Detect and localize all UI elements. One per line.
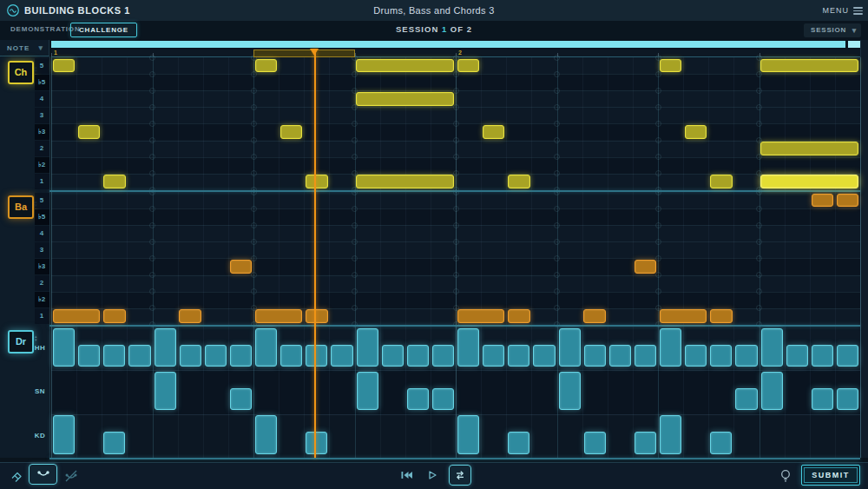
drum-note[interactable] (205, 345, 227, 367)
ruler-selection-region[interactable] (253, 50, 355, 57)
drum-note[interactable] (103, 345, 125, 367)
drum-note[interactable] (78, 345, 100, 367)
bass-note[interactable] (457, 309, 505, 323)
chord-note[interactable] (457, 59, 480, 73)
chord-note[interactable] (710, 175, 733, 188)
eraser-tool-button[interactable] (7, 467, 26, 485)
drum-note[interactable] (812, 345, 833, 367)
drum-note[interactable] (685, 345, 707, 367)
drum-note-accent[interactable] (155, 372, 176, 411)
drum-note[interactable] (483, 345, 504, 367)
chord-note[interactable] (306, 175, 328, 188)
bass-note[interactable] (230, 260, 253, 274)
bass-note[interactable] (306, 309, 328, 323)
bass-note[interactable] (508, 309, 530, 323)
drum-note[interactable] (837, 388, 858, 411)
bass-note[interactable] (710, 309, 733, 323)
chord-note[interactable] (356, 92, 454, 106)
drum-note[interactable] (280, 345, 302, 367)
chord-note[interactable] (280, 125, 303, 139)
drum-note[interactable] (508, 432, 529, 454)
drum-note-accent[interactable] (255, 415, 277, 454)
play-button[interactable] (423, 466, 442, 484)
drum-note[interactable] (609, 345, 631, 367)
track-button-ch[interactable]: Ch (8, 61, 34, 84)
drum-note[interactable] (812, 388, 833, 411)
bass-note[interactable] (837, 194, 859, 208)
drum-note[interactable] (508, 345, 529, 367)
chord-note[interactable] (660, 59, 682, 73)
drum-note[interactable] (710, 432, 732, 454)
drum-note-accent[interactable] (660, 415, 681, 454)
bass-note[interactable] (635, 260, 657, 274)
drum-note[interactable] (635, 345, 656, 367)
chord-note[interactable] (483, 125, 505, 139)
drum-note[interactable] (128, 345, 150, 367)
drum-note[interactable] (230, 345, 252, 367)
drum-note[interactable] (306, 345, 327, 367)
bass-note[interactable] (179, 309, 201, 323)
chord-note[interactable] (760, 175, 858, 188)
drum-note[interactable] (407, 388, 429, 411)
drum-note[interactable] (837, 345, 858, 367)
drum-note[interactable] (230, 388, 252, 411)
chord-note[interactable] (760, 142, 858, 155)
drum-note[interactable] (407, 345, 429, 367)
muted-notes-tool-button[interactable] (62, 467, 81, 485)
skip-to-start-button[interactable] (397, 466, 416, 484)
song-progress-bar[interactable] (51, 41, 860, 48)
drum-note[interactable] (786, 345, 808, 367)
drum-note[interactable] (635, 432, 656, 454)
drum-note-accent[interactable] (155, 328, 176, 367)
chord-note[interactable] (508, 175, 530, 188)
notes-tool-button[interactable] (29, 464, 57, 485)
menu-button[interactable]: MENU (823, 6, 850, 15)
drum-note-accent[interactable] (357, 328, 378, 367)
drum-note[interactable] (584, 345, 606, 367)
drum-note-accent[interactable] (53, 328, 75, 367)
playhead-marker[interactable] (310, 49, 319, 56)
drum-note-accent[interactable] (457, 415, 479, 454)
bass-note[interactable] (812, 194, 834, 208)
drum-note[interactable] (533, 345, 555, 367)
drum-note-accent[interactable] (559, 372, 581, 411)
chord-note[interactable] (356, 175, 454, 188)
bass-note[interactable] (255, 309, 303, 323)
chord-note[interactable] (103, 175, 126, 188)
chord-note[interactable] (53, 59, 76, 73)
chord-note[interactable] (356, 59, 454, 73)
chord-note[interactable] (685, 125, 707, 139)
bass-note[interactable] (583, 309, 606, 323)
drum-note-accent[interactable] (357, 372, 378, 411)
track-button-ba[interactable]: Ba (8, 195, 34, 219)
drum-note[interactable] (735, 345, 757, 367)
chord-note[interactable] (255, 59, 278, 73)
drum-note[interactable] (103, 432, 125, 454)
drum-note[interactable] (331, 345, 352, 367)
drum-note[interactable] (382, 345, 404, 367)
drum-note-accent[interactable] (53, 415, 75, 454)
drum-note-accent[interactable] (761, 328, 783, 367)
hamburger-icon[interactable] (853, 7, 863, 15)
drum-note-accent[interactable] (761, 372, 783, 411)
drum-note-accent[interactable] (660, 328, 681, 367)
track-button-dr[interactable]: Dr (8, 330, 34, 354)
submit-button[interactable]: SUBMIT (801, 465, 860, 486)
chord-note[interactable] (78, 125, 101, 139)
loop-button[interactable] (449, 465, 471, 486)
bass-note[interactable] (660, 309, 707, 323)
drum-note[interactable] (180, 345, 201, 367)
bass-note[interactable] (53, 309, 101, 323)
note-selector[interactable]: NOTE ▾ (0, 40, 49, 56)
drum-note-accent[interactable] (255, 328, 277, 367)
drum-note-accent[interactable] (457, 328, 479, 367)
chord-note[interactable] (760, 59, 858, 73)
drum-note[interactable] (710, 345, 732, 367)
drum-note[interactable] (432, 388, 454, 411)
drum-note-accent[interactable] (559, 328, 581, 367)
playhead-line[interactable] (314, 49, 316, 458)
drum-note[interactable] (432, 345, 454, 367)
hint-button[interactable] (777, 467, 794, 485)
drum-note[interactable] (735, 388, 757, 411)
drum-note[interactable] (306, 432, 327, 454)
